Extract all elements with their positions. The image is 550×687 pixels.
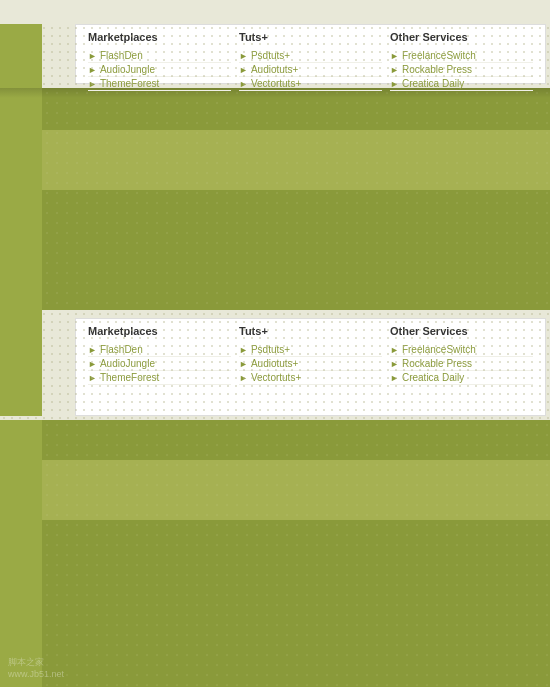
top-section: Marketplaces ► FlashDen ► AudioJungle ► …: [0, 0, 550, 88]
middle-section: [0, 88, 550, 328]
second-section: Marketplaces ► FlashDen ► AudioJungle ► …: [0, 310, 550, 420]
footer-watermark-left: 脚本之家www.Jb51.net: [8, 656, 64, 679]
side-fold-middle-left: [0, 88, 42, 310]
side-fold-top-left: [0, 24, 42, 88]
side-fold-second-left: [0, 310, 42, 416]
dots-middle: [42, 88, 550, 328]
dots-pattern-top: [0, 24, 550, 88]
dots-pattern-second: [0, 310, 550, 420]
bottom-section: [0, 420, 550, 687]
side-fold-bottom-left: [0, 420, 42, 687]
dots-bottom: [42, 420, 550, 687]
